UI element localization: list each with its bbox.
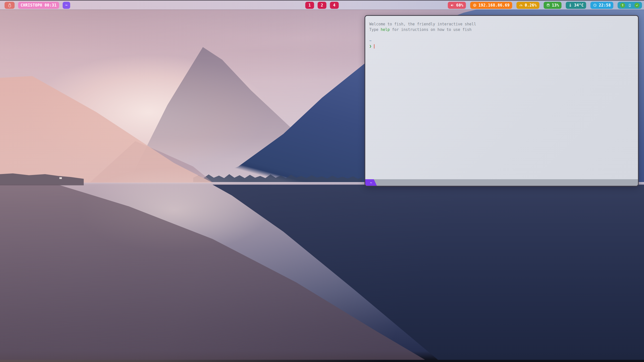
- workspace-button-2[interactable]: 2: [318, 2, 327, 9]
- workspace-switcher: 1 2 4: [305, 2, 339, 9]
- active-workspace-badge[interactable]: ~: [63, 2, 70, 9]
- clock-value: 22:58: [599, 3, 611, 8]
- status-bar-left: CHRISTOPH 00:31 ~: [5, 2, 70, 9]
- volume-module[interactable]: 60%: [448, 2, 466, 9]
- workspace-label: 1: [308, 3, 311, 8]
- help-command-text: help: [381, 27, 390, 32]
- network-module[interactable]: 192.168.86.69: [470, 2, 512, 9]
- status-bar-right: 60% 192.168.86.69: [448, 2, 642, 9]
- database-icon: [546, 3, 550, 7]
- key-icon[interactable]: [620, 3, 625, 8]
- cpu-value: 0.26%: [525, 3, 537, 8]
- workspace-label: 4: [333, 3, 336, 8]
- terminal-cwd: ~: [369, 38, 633, 43]
- terminal-tab-bar: ~: [365, 179, 638, 186]
- terminal-tab-label: ~: [370, 181, 372, 185]
- memory-module[interactable]: 13%: [544, 2, 562, 9]
- terminal-welcome-line2: Type help for instructions on how to use…: [369, 27, 633, 32]
- workspace-button-1[interactable]: 1: [305, 2, 314, 9]
- workspace-button-4[interactable]: 4: [330, 2, 339, 9]
- thermometer-icon: [568, 3, 572, 7]
- active-workspace-label: ~: [65, 3, 68, 8]
- speaker-icon: [450, 3, 454, 7]
- terminal-window: Welcome to fish, the friendly interactiv…: [365, 15, 639, 187]
- smartphone-icon[interactable]: [628, 3, 632, 8]
- network-ip-value: 192.168.86.69: [478, 3, 510, 8]
- system-tray: [618, 2, 642, 9]
- user-session-label: CHRISTOPH 00:31: [21, 3, 57, 8]
- terminal-welcome-line1: Welcome to fish, the friendly interactiv…: [369, 21, 633, 27]
- user-session-badge[interactable]: CHRISTOPH 00:31: [18, 2, 59, 9]
- gauge-icon: [519, 3, 523, 7]
- desktop: CHRISTOPH 00:31 ~ 1 2 4: [0, 0, 644, 362]
- memory-value: 13%: [552, 3, 559, 8]
- terminal-cursor: [374, 44, 375, 49]
- cpu-module[interactable]: 0.26%: [516, 2, 539, 9]
- volume-value: 60%: [456, 3, 463, 8]
- workspace-label: 2: [321, 3, 323, 8]
- clock-icon: [593, 3, 597, 7]
- status-bar: CHRISTOPH 00:31 ~ 1 2 4: [0, 0, 644, 10]
- terminal-content[interactable]: Welcome to fish, the friendly interactiv…: [365, 16, 638, 179]
- temperature-value: 34°C: [574, 3, 584, 8]
- temperature-module[interactable]: 34°C: [566, 2, 586, 9]
- tux-penguin-icon: [7, 3, 12, 8]
- terminal-tab-home[interactable]: ~: [365, 179, 377, 186]
- globe-icon: [473, 3, 477, 7]
- os-launcher-button[interactable]: [5, 2, 15, 9]
- terminal-prompt-line: ❯: [369, 43, 633, 49]
- terminal-blank-line: [369, 32, 633, 38]
- clock-module[interactable]: 22:58: [590, 2, 613, 9]
- prompt-symbol: ❯: [369, 44, 372, 49]
- checkmark-icon[interactable]: [634, 3, 639, 8]
